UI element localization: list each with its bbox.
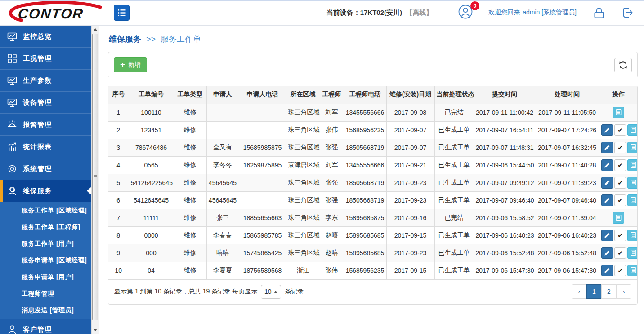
table-cell (239, 121, 286, 139)
detail-button[interactable] (627, 124, 638, 136)
approve-button[interactable]: ✔ (614, 124, 626, 136)
breadcrumb-separator: >> (146, 35, 156, 44)
prev-page-button[interactable]: ‹ (572, 284, 587, 299)
edit-button[interactable] (601, 247, 613, 259)
sidebar-item-label: 统计报表 (23, 143, 52, 151)
sidebar-subitem[interactable]: 服务工作单 [工程师] (0, 219, 91, 235)
table-cell: 李冬冬 (206, 156, 239, 174)
scroll-up-button[interactable] (92, 26, 99, 33)
sidebar-item[interactable]: 监控总览 (0, 26, 91, 48)
sidebar-item[interactable]: 报警管理 (0, 114, 91, 136)
table-cell: 2017-09-06 15:52:48 (474, 244, 536, 262)
sidebar-subitem[interactable]: 服务申请单 [用户] (0, 269, 91, 285)
actions-cell (599, 209, 638, 226)
table-cell: 李夏夏 (206, 262, 239, 279)
table-cell: 2017-09-08 (386, 104, 434, 121)
edit-button[interactable] (601, 194, 613, 206)
table-row: 65412645645维修45645645珠三角区域张强185056687192… (108, 191, 638, 209)
actions-cell: ✔ (599, 226, 638, 244)
edit-button[interactable] (601, 142, 613, 153)
logout-button[interactable] (622, 6, 634, 19)
table-cell: 16259875895 (239, 156, 286, 174)
edit-button[interactable] (601, 230, 613, 241)
table-cell: 张强 (320, 139, 344, 156)
gear-icon (6, 163, 18, 175)
sidebar-subitem[interactable]: 消息发送 [管理员] (0, 302, 91, 319)
scrollbar-thumb[interactable] (92, 34, 98, 320)
sidebar-item[interactable]: 系统管理 (0, 158, 91, 180)
sidebar-item[interactable]: 客户管理 (0, 319, 91, 334)
table-cell: 15685956235 (344, 121, 386, 139)
detail-button[interactable] (627, 265, 638, 276)
approve-button[interactable]: ✔ (614, 159, 626, 171)
edit-button[interactable] (601, 177, 613, 189)
detail-button[interactable] (627, 247, 638, 259)
edit-button[interactable] (601, 265, 613, 276)
table-cell: 10 (108, 262, 129, 279)
welcome-label: 欢迎您回来 (488, 9, 520, 16)
check-icon: ✔ (617, 197, 623, 203)
approve-button[interactable]: ✔ (614, 194, 626, 206)
table-cell (239, 174, 286, 191)
menu-toggle-button[interactable] (114, 5, 130, 21)
current-device: 当前设备：17KT02(安川) 【离线】 (326, 9, 433, 17)
sidebar-subitem[interactable]: 服务工作单 [区域经理] (0, 202, 91, 219)
table-cell: 已生成工单 (434, 244, 474, 262)
refresh-button[interactable] (614, 58, 632, 72)
next-page-button[interactable]: › (616, 284, 631, 299)
notification-button[interactable]: 0 (458, 4, 473, 21)
detail-button[interactable] (613, 107, 624, 118)
table-cell: 已生成工单 (434, 174, 474, 191)
table-cell: 541264225645 (129, 174, 174, 191)
edit-button[interactable] (601, 124, 613, 136)
page-button-1[interactable]: 1 (586, 284, 602, 299)
table-row: 1100110维修珠三角区域刘军134555566662017-09-08已完结… (108, 104, 638, 121)
sidebar-item-active[interactable]: 维保服务 (0, 180, 91, 202)
sidebar-subitem[interactable]: 工程师管理 (0, 285, 91, 302)
scroll-down-button[interactable] (92, 326, 99, 334)
add-button[interactable]: + 新增 (114, 57, 147, 72)
table-cell: 2017-09-23 (386, 174, 434, 191)
detail-button[interactable] (627, 230, 638, 241)
sidebar-item[interactable]: 工况管理 (0, 48, 91, 70)
approve-button[interactable]: ✔ (614, 265, 626, 276)
sidebar-subitem[interactable]: 服务工作单 [用户] (0, 235, 91, 252)
sidebar-scrollbar[interactable] (91, 26, 99, 334)
page-button-2[interactable]: 2 (601, 284, 617, 299)
table-cell: 4 (108, 156, 129, 174)
table-cell (206, 121, 239, 139)
alarm-icon (6, 119, 18, 131)
sidebar-subitem[interactable]: 服务申请单 [区域经理] (0, 252, 91, 269)
params-monitor-icon (6, 75, 18, 86)
approve-button[interactable]: ✔ (614, 142, 626, 153)
approve-button[interactable]: ✔ (614, 247, 626, 259)
approve-button[interactable]: ✔ (614, 230, 626, 241)
approve-button[interactable]: ✔ (614, 177, 626, 189)
edit-button[interactable] (601, 159, 613, 171)
detail-button[interactable] (627, 142, 638, 153)
lock-button[interactable] (593, 6, 605, 19)
detail-button[interactable] (613, 212, 624, 224)
table-cell: 15865985785 (239, 226, 286, 244)
breadcrumb-root[interactable]: 维保服务 (109, 35, 141, 44)
check-icon: ✔ (617, 180, 623, 186)
check-icon: ✔ (617, 250, 623, 256)
detail-button[interactable] (627, 159, 638, 171)
table-cell: 2017-09-21 (386, 156, 434, 174)
sidebar-item[interactable]: 设备管理 (0, 92, 91, 114)
welcome-text[interactable]: 欢迎您回来admin [系统管理员] (488, 9, 577, 17)
detail-button[interactable] (627, 177, 638, 189)
pager: ‹12› (572, 284, 631, 299)
sidebar-item[interactable]: 统计报表 (0, 136, 91, 158)
table-cell: 15685956235 (344, 262, 386, 279)
column-header: 序号 (108, 86, 129, 104)
pagination-info-suffix: 条记录 (285, 288, 304, 296)
table-cell: 2017-09-07 11:39:23 (536, 174, 599, 191)
detail-button[interactable] (627, 194, 638, 206)
logo: CONTOR (4, 1, 105, 24)
sidebar-item[interactable]: 生产参数 (0, 70, 91, 92)
table-cell: 18505668719 (344, 139, 386, 156)
table-cell: 刘军 (320, 104, 344, 121)
table-cell: 已生成工单 (434, 139, 474, 156)
page-size-select[interactable]: 10 (261, 285, 281, 299)
